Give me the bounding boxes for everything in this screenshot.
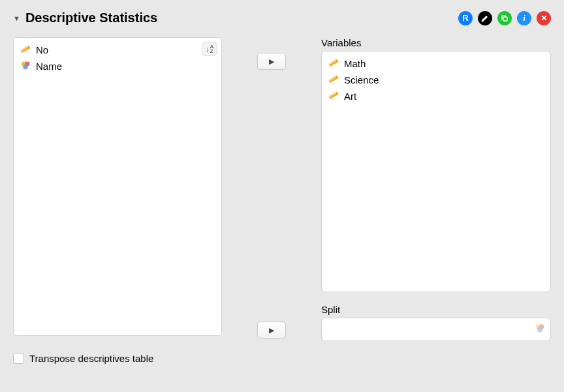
svg-rect-9 [329, 59, 339, 67]
target-column: Variables MathScienceArt Split [321, 37, 551, 341]
available-column: ↓AZ NoName [13, 37, 222, 341]
panel-header: ▼ Descriptive Statistics R i [13, 10, 551, 25]
panel-body: ↓AZ NoName ▶ ▶ Variables MathScienceArt … [13, 37, 551, 341]
copy-icon [501, 14, 509, 22]
sort-button[interactable]: ↓AZ [202, 42, 217, 56]
nominal-placeholder-icon [535, 323, 545, 336]
transpose-label: Transpose descriptives table [29, 353, 153, 364]
svg-rect-19 [329, 92, 339, 99]
move-to-variables-button[interactable]: ▶ [257, 53, 286, 70]
split-listbox[interactable] [321, 318, 551, 341]
transpose-checkbox[interactable] [13, 353, 24, 364]
disclosure-triangle-icon[interactable]: ▼ [13, 14, 20, 22]
panel-title: Descriptive Statistics [25, 10, 157, 25]
scale-icon [328, 90, 339, 102]
variables-listbox[interactable]: MathScienceArt [321, 51, 551, 292]
available-item[interactable]: Name [18, 58, 217, 74]
svg-point-26 [537, 327, 542, 332]
move-to-split-button[interactable]: ▶ [257, 322, 286, 339]
r-code-button[interactable]: R [458, 11, 473, 25]
info-button[interactable]: i [517, 11, 531, 25]
available-item-label: Name [36, 61, 62, 72]
svg-point-8 [23, 65, 27, 69]
scale-icon [20, 44, 31, 56]
variables-item-label: Math [344, 58, 366, 69]
split-label: Split [321, 304, 551, 315]
variables-item[interactable]: Science [326, 72, 546, 88]
svg-rect-0 [503, 17, 507, 21]
variables-item-label: Art [344, 91, 356, 102]
variables-label: Variables [321, 37, 551, 48]
nominal-icon [20, 60, 31, 72]
available-item[interactable]: No [18, 42, 217, 58]
available-item-label: No [36, 44, 48, 55]
scale-icon [328, 74, 339, 86]
duplicate-button[interactable] [497, 11, 512, 25]
move-column: ▶ ▶ [232, 37, 311, 341]
sort-az-icon: AZ [210, 44, 213, 53]
close-button[interactable] [537, 11, 551, 25]
header-left: ▼ Descriptive Statistics [13, 10, 157, 25]
svg-rect-14 [329, 76, 339, 83]
variables-item[interactable]: Art [326, 88, 546, 104]
sort-arrow-icon: ↓ [206, 45, 210, 53]
descriptives-panel: ▼ Descriptive Statistics R i ↓AZ NoNam [0, 0, 564, 374]
triangle-right-icon: ▶ [269, 57, 274, 66]
close-icon [540, 14, 548, 22]
pencil-icon [481, 14, 489, 22]
scale-icon [328, 57, 339, 70]
edit-button[interactable] [478, 11, 492, 25]
transpose-row: Transpose descriptives table [13, 353, 551, 364]
triangle-right-icon: ▶ [269, 326, 274, 335]
svg-rect-1 [21, 46, 31, 53]
header-icons: R i [458, 11, 551, 25]
variables-item[interactable]: Math [326, 55, 546, 72]
variables-item-label: Science [344, 74, 379, 85]
available-listbox[interactable]: ↓AZ NoName [13, 37, 222, 336]
